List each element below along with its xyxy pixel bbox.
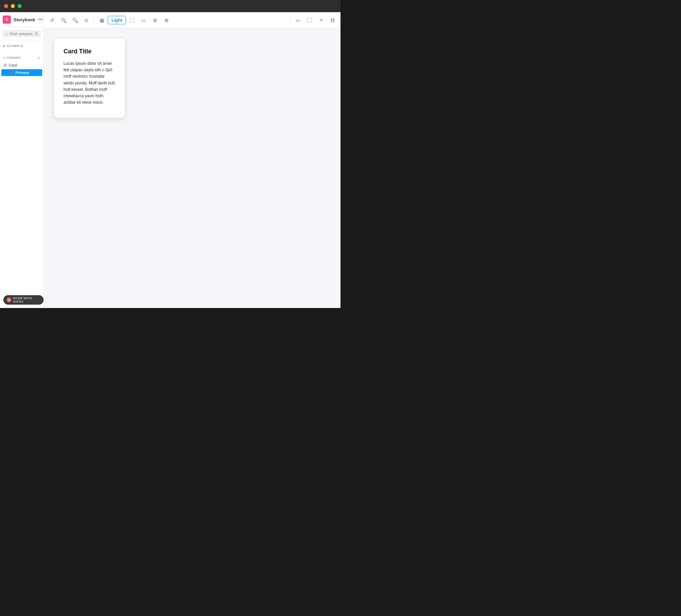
search-input-wrap[interactable]: ⌕ / [3,30,41,37]
fullscreen-button[interactable]: ⛶ [127,15,137,26]
card-body: Lucas ipsum dolor sit amet fett utapau a… [64,60,116,106]
new-tab-icon: ↗ [319,18,323,23]
link-button[interactable]: ⛓ [327,15,338,26]
light-mode-button[interactable]: Light [108,16,126,24]
more-options-button[interactable]: ••• [38,16,43,24]
storybook-logo: S [3,16,11,24]
background2-icon: ⊞ [153,18,157,23]
viewport-icon: ▭ [141,18,146,23]
sidebar-footer: G MADE WITH GIFOX [0,303,44,308]
gifox-icon: G [7,298,11,302]
toolbar-divider-1 [94,16,94,24]
background2-button[interactable]: ⊞ [150,15,160,26]
grid-button[interactable]: ⊞ [161,15,172,26]
main-layout: S Storybook ••• ⌕ / ▶ EXAMPLE [0,12,340,308]
primary-item-label: Primary [16,71,29,75]
new-tab-button[interactable]: ↗ [316,15,326,26]
themed-section-close[interactable]: × [38,56,40,60]
minimize-button[interactable] [11,4,15,8]
zoom-out-icon: 🔍 [72,18,78,23]
sidebar-item-card[interactable]: ⊞ Card [0,61,44,69]
themed-section-arrow: ▾ [3,56,5,59]
panel-icon: ▭ [296,18,300,23]
card-item-label: Card [9,63,17,67]
gifox-label: MADE WITH GIFOX [13,297,40,303]
example-section-label: EXAMPLE [7,44,24,48]
search-box: ⌕ / [0,27,44,40]
example-section-arrow: ▶ [3,45,6,48]
light-mode-label: Light [111,18,122,23]
app-title: Storybook [14,17,35,22]
sidebar-header: S Storybook ••• [0,12,44,27]
sidebar-item-primary[interactable]: 🔖 Primary [1,69,42,76]
zoom-reset-icon: ⊙ [84,18,89,23]
link-icon: ⛓ [330,18,335,23]
expand-icon: ⛶ [307,18,312,23]
close-button[interactable] [4,4,8,8]
zoom-in-icon: 🔍 [61,18,67,23]
content-area: ↺ 🔍 🔍 ⊙ ▦ Light ⛶ [44,12,340,308]
themed-section-label: THEMED [6,56,21,59]
expand-button[interactable]: ⛶ [304,15,315,26]
maximize-button[interactable] [18,4,22,8]
reset-button[interactable]: ↺ [47,15,57,26]
themed-section-header[interactable]: ▾ THEMED × [0,54,44,61]
preview-area: Card Title Lucas ipsum dolor sit amet fe… [44,28,340,128]
toolbar-divider-2 [290,16,291,24]
zoom-out-button[interactable]: 🔍 [70,15,80,26]
background-icon: ▦ [100,18,104,23]
zoom-in-button[interactable]: 🔍 [58,15,69,26]
card-title: Card Title [64,48,116,55]
bookmark-icon: 🔖 [9,71,14,75]
gifox-badge: G MADE WITH GIFOX [3,295,44,305]
card-component-icon: ⊞ [3,63,7,68]
background-button[interactable]: ▦ [96,15,107,26]
search-icon: ⌕ [5,32,8,36]
nav-section-themed: ▾ THEMED × ⊞ Card 🔖 Primary [0,52,44,79]
nav-section-example: ▶ EXAMPLE [0,40,44,52]
card-component: Card Title Lucas ipsum dolor sit amet fe… [54,38,125,118]
zoom-reset-button[interactable]: ⊙ [81,15,92,26]
sidebar: S Storybook ••• ⌕ / ▶ EXAMPLE [0,12,44,308]
fullscreen-icon: ⛶ [130,18,134,23]
app-container: S Storybook ••• ⌕ / ▶ EXAMPLE [0,12,340,308]
search-input[interactable] [10,32,32,36]
example-section-header[interactable]: ▶ EXAMPLE [0,43,44,49]
panel-button[interactable]: ▭ [293,15,303,26]
titlebar [0,0,340,12]
reset-icon: ↺ [50,18,54,23]
toolbar: ↺ 🔍 🔍 ⊙ ▦ Light ⛶ [44,12,340,28]
viewport-button[interactable]: ▭ [138,15,149,26]
grid-icon: ⊞ [165,18,169,23]
keyboard-shortcut-badge: / [34,31,38,36]
